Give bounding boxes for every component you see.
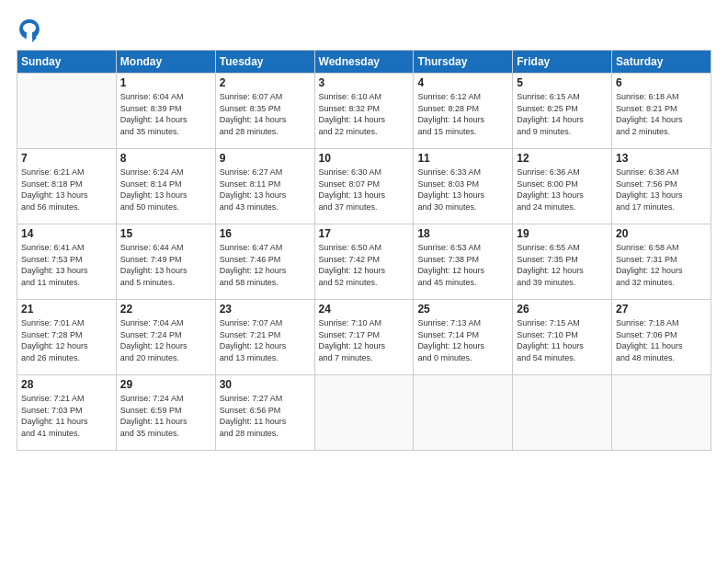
week-row-3: 14Sunrise: 6:41 AM Sunset: 7:53 PM Dayli… (17, 224, 711, 300)
calendar-table: SundayMondayTuesdayWednesdayThursdayFrid… (17, 50, 711, 451)
calendar-cell: 15Sunrise: 6:44 AM Sunset: 7:49 PM Dayli… (116, 224, 215, 300)
day-number: 7 (21, 152, 112, 165)
week-row-2: 7Sunrise: 6:21 AM Sunset: 8:18 PM Daylig… (17, 149, 711, 224)
weekday-sunday: Sunday (17, 51, 117, 74)
day-info: Sunrise: 7:15 AM Sunset: 7:10 PM Dayligh… (517, 317, 608, 363)
calendar-cell: 14Sunrise: 6:41 AM Sunset: 7:53 PM Dayli… (17, 224, 117, 300)
calendar-cell: 28Sunrise: 7:21 AM Sunset: 7:03 PM Dayli… (17, 375, 117, 451)
day-info: Sunrise: 6:38 AM Sunset: 7:56 PM Dayligh… (616, 167, 707, 213)
day-info: Sunrise: 7:07 AM Sunset: 7:21 PM Dayligh… (220, 317, 311, 363)
day-info: Sunrise: 7:01 AM Sunset: 7:28 PM Dayligh… (21, 317, 112, 363)
weekday-monday: Monday (116, 51, 215, 74)
day-info: Sunrise: 7:18 AM Sunset: 7:06 PM Dayligh… (616, 317, 707, 363)
calendar-cell: 4Sunrise: 6:12 AM Sunset: 8:28 PM Daylig… (414, 74, 513, 149)
day-info: Sunrise: 6:58 AM Sunset: 7:31 PM Dayligh… (616, 242, 707, 288)
day-info: Sunrise: 6:18 AM Sunset: 8:21 PM Dayligh… (616, 91, 707, 137)
day-number: 13 (616, 152, 707, 165)
calendar-cell: 24Sunrise: 7:10 AM Sunset: 7:17 PM Dayli… (314, 300, 414, 375)
day-info: Sunrise: 7:21 AM Sunset: 7:03 PM Dayligh… (21, 393, 112, 439)
calendar-cell: 8Sunrise: 6:24 AM Sunset: 8:14 PM Daylig… (116, 149, 215, 224)
day-info: Sunrise: 6:47 AM Sunset: 7:46 PM Dayligh… (220, 242, 311, 288)
header (17, 17, 711, 42)
week-row-4: 21Sunrise: 7:01 AM Sunset: 7:28 PM Dayli… (17, 300, 711, 375)
day-info: Sunrise: 7:24 AM Sunset: 6:59 PM Dayligh… (120, 393, 211, 439)
calendar-cell: 12Sunrise: 6:36 AM Sunset: 8:00 PM Dayli… (513, 149, 612, 224)
day-number: 21 (21, 303, 112, 316)
day-info: Sunrise: 6:30 AM Sunset: 8:07 PM Dayligh… (319, 167, 410, 213)
weekday-header-row: SundayMondayTuesdayWednesdayThursdayFrid… (17, 51, 711, 74)
week-row-1: 1Sunrise: 6:04 AM Sunset: 8:39 PM Daylig… (17, 74, 711, 149)
calendar-cell: 23Sunrise: 7:07 AM Sunset: 7:21 PM Dayli… (215, 300, 314, 375)
day-info: Sunrise: 7:10 AM Sunset: 7:17 PM Dayligh… (319, 317, 410, 363)
week-row-5: 28Sunrise: 7:21 AM Sunset: 7:03 PM Dayli… (17, 375, 711, 451)
weekday-friday: Friday (513, 51, 612, 74)
day-number: 10 (319, 152, 410, 165)
day-number: 16 (220, 227, 311, 240)
calendar-cell: 10Sunrise: 6:30 AM Sunset: 8:07 PM Dayli… (314, 149, 414, 224)
day-number: 20 (616, 227, 707, 240)
day-info: Sunrise: 6:53 AM Sunset: 7:38 PM Dayligh… (417, 242, 508, 288)
day-number: 2 (220, 76, 311, 89)
calendar-cell: 27Sunrise: 7:18 AM Sunset: 7:06 PM Dayli… (612, 300, 711, 375)
calendar-cell: 29Sunrise: 7:24 AM Sunset: 6:59 PM Dayli… (116, 375, 215, 451)
day-info: Sunrise: 6:50 AM Sunset: 7:42 PM Dayligh… (319, 242, 410, 288)
page: SundayMondayTuesdayWednesdayThursdayFrid… (0, 0, 728, 563)
day-number: 9 (220, 152, 311, 165)
calendar-cell: 5Sunrise: 6:15 AM Sunset: 8:25 PM Daylig… (513, 74, 612, 149)
day-info: Sunrise: 7:27 AM Sunset: 6:56 PM Dayligh… (220, 393, 311, 439)
day-info: Sunrise: 6:44 AM Sunset: 7:49 PM Dayligh… (120, 242, 211, 288)
calendar-cell: 18Sunrise: 6:53 AM Sunset: 7:38 PM Dayli… (414, 224, 513, 300)
day-info: Sunrise: 6:55 AM Sunset: 7:35 PM Dayligh… (517, 242, 608, 288)
calendar-cell: 17Sunrise: 6:50 AM Sunset: 7:42 PM Dayli… (314, 224, 414, 300)
calendar-cell: 1Sunrise: 6:04 AM Sunset: 8:39 PM Daylig… (116, 74, 215, 149)
day-number: 25 (417, 303, 508, 316)
calendar-cell: 13Sunrise: 6:38 AM Sunset: 7:56 PM Dayli… (612, 149, 711, 224)
calendar-cell (17, 74, 117, 149)
day-number: 28 (21, 378, 112, 391)
calendar-cell: 16Sunrise: 6:47 AM Sunset: 7:46 PM Dayli… (215, 224, 314, 300)
calendar-cell: 6Sunrise: 6:18 AM Sunset: 8:21 PM Daylig… (612, 74, 711, 149)
day-info: Sunrise: 6:15 AM Sunset: 8:25 PM Dayligh… (517, 91, 608, 137)
weekday-wednesday: Wednesday (314, 51, 414, 74)
day-info: Sunrise: 6:07 AM Sunset: 8:35 PM Dayligh… (220, 91, 311, 137)
calendar-cell: 21Sunrise: 7:01 AM Sunset: 7:28 PM Dayli… (17, 300, 117, 375)
calendar-cell: 3Sunrise: 6:10 AM Sunset: 8:32 PM Daylig… (314, 74, 414, 149)
day-number: 26 (517, 303, 608, 316)
day-number: 29 (120, 378, 211, 391)
day-info: Sunrise: 6:21 AM Sunset: 8:18 PM Dayligh… (21, 167, 112, 213)
day-number: 23 (220, 303, 311, 316)
calendar-cell: 11Sunrise: 6:33 AM Sunset: 8:03 PM Dayli… (414, 149, 513, 224)
weekday-tuesday: Tuesday (215, 51, 314, 74)
weekday-saturday: Saturday (612, 51, 711, 74)
day-number: 4 (417, 76, 508, 89)
day-info: Sunrise: 6:27 AM Sunset: 8:11 PM Dayligh… (220, 167, 311, 213)
day-number: 5 (517, 76, 608, 89)
day-info: Sunrise: 6:24 AM Sunset: 8:14 PM Dayligh… (120, 167, 211, 213)
calendar-cell: 2Sunrise: 6:07 AM Sunset: 8:35 PM Daylig… (215, 74, 314, 149)
day-number: 3 (319, 76, 410, 89)
day-info: Sunrise: 6:04 AM Sunset: 8:39 PM Dayligh… (120, 91, 211, 137)
calendar-cell: 30Sunrise: 7:27 AM Sunset: 6:56 PM Dayli… (215, 375, 314, 451)
calendar-cell: 9Sunrise: 6:27 AM Sunset: 8:11 PM Daylig… (215, 149, 314, 224)
day-info: Sunrise: 6:12 AM Sunset: 8:28 PM Dayligh… (417, 91, 508, 137)
calendar-cell: 20Sunrise: 6:58 AM Sunset: 7:31 PM Dayli… (612, 224, 711, 300)
day-number: 27 (616, 303, 707, 316)
day-number: 8 (120, 152, 211, 165)
day-number: 12 (517, 152, 608, 165)
day-number: 1 (120, 76, 211, 89)
day-number: 19 (517, 227, 608, 240)
calendar-cell (414, 375, 513, 451)
calendar-cell: 19Sunrise: 6:55 AM Sunset: 7:35 PM Dayli… (513, 224, 612, 300)
day-number: 22 (120, 303, 211, 316)
calendar-cell: 7Sunrise: 6:21 AM Sunset: 8:18 PM Daylig… (17, 149, 117, 224)
day-number: 11 (417, 152, 508, 165)
day-info: Sunrise: 7:13 AM Sunset: 7:14 PM Dayligh… (417, 317, 508, 363)
day-info: Sunrise: 6:36 AM Sunset: 8:00 PM Dayligh… (517, 167, 608, 213)
day-number: 18 (417, 227, 508, 240)
day-number: 30 (220, 378, 311, 391)
day-info: Sunrise: 7:04 AM Sunset: 7:24 PM Dayligh… (120, 317, 211, 363)
calendar-cell (314, 375, 414, 451)
day-info: Sunrise: 6:41 AM Sunset: 7:53 PM Dayligh… (21, 242, 112, 288)
logo-icon (17, 17, 42, 42)
day-number: 6 (616, 76, 707, 89)
